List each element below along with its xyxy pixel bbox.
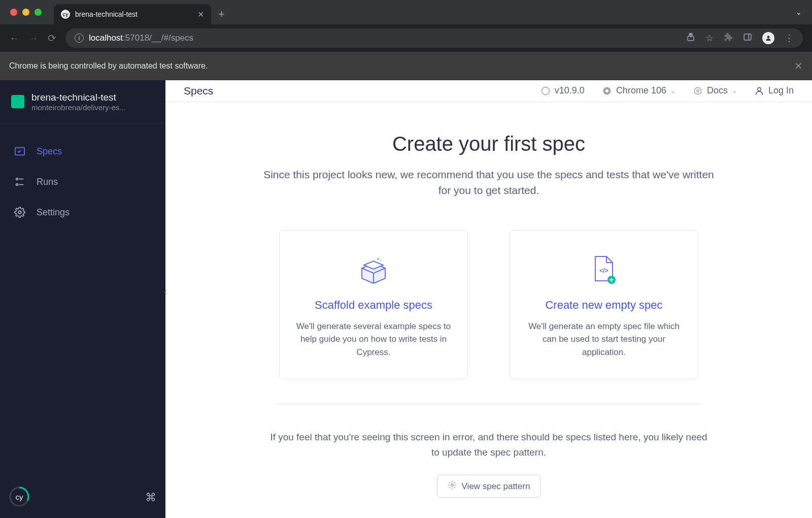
close-window-button[interactable]	[10, 9, 17, 16]
url-path: /__/#/specs	[149, 33, 193, 43]
card-description: We'll generate several example specs to …	[295, 320, 452, 359]
gear-icon	[448, 480, 457, 492]
svg-point-16	[697, 90, 699, 92]
version-indicator[interactable]: v10.9.0	[540, 85, 585, 96]
login-button[interactable]: Log In	[754, 85, 794, 96]
address-bar[interactable]: i localhost:57018/__/#/specs ☆ ⋮	[65, 28, 803, 48]
maximize-window-button[interactable]	[35, 9, 42, 16]
scaffold-examples-card[interactable]: Scaffold example specs We'll generate se…	[279, 230, 468, 380]
profile-icon[interactable]	[762, 32, 774, 44]
browser-selector[interactable]: Chrome 106 ⌄	[602, 85, 675, 96]
sidebar-item-specs[interactable]: Specs	[0, 137, 165, 166]
tab-overflow-icon[interactable]: ⌄	[796, 8, 802, 16]
back-button[interactable]: ←	[9, 33, 19, 44]
url-text: localhost:57018/__/#/specs	[89, 33, 193, 43]
svg-text:cy: cy	[16, 493, 24, 501]
tab-title: brena-technical-test	[75, 10, 192, 18]
create-empty-spec-card[interactable]: </> Create new empty spec We'll generate…	[510, 230, 698, 380]
view-pattern-label: View spec pattern	[462, 481, 530, 492]
reload-button[interactable]: ⟳	[48, 32, 56, 44]
svg-point-6	[16, 184, 18, 186]
project-path: monteirobrena/delivery-es...	[31, 103, 126, 112]
svg-point-14	[605, 89, 608, 92]
chrome-menu-icon[interactable]: ⋮	[785, 33, 794, 44]
chevron-down-icon: ⌄	[670, 87, 675, 94]
book-icon	[693, 86, 703, 96]
cypress-app: brena-technical-test monteirobrena/deliv…	[0, 80, 812, 518]
divider	[276, 404, 702, 404]
bookmark-icon[interactable]: ☆	[705, 33, 714, 44]
box-icon	[295, 253, 452, 286]
page-title: Specs	[184, 85, 213, 97]
sidebar-footer: cy ⌘	[9, 487, 156, 509]
sidebar-item-runs[interactable]: Runs	[0, 167, 165, 197]
sidebar-item-label: Runs	[37, 177, 58, 187]
sidebar-collapse-button[interactable]: ‹	[159, 286, 172, 298]
svg-point-12	[542, 87, 549, 94]
chevron-down-icon: ⌄	[732, 87, 737, 94]
browser-tab[interactable]: cy brena-technical-test ✕	[54, 4, 211, 24]
view-spec-pattern-button[interactable]: View spec pattern	[437, 475, 541, 498]
window-controls	[10, 9, 42, 16]
svg-point-17	[758, 87, 761, 91]
runs-icon	[14, 176, 25, 187]
card-title: Create new empty spec	[525, 299, 683, 312]
cypress-favicon-icon: cy	[61, 10, 70, 19]
address-row: ← → ⟳ i localhost:57018/__/#/specs ☆	[0, 24, 812, 52]
docs-link[interactable]: Docs ⌄	[693, 85, 737, 96]
automation-infobar: Chrome is being controlled by automated …	[0, 52, 812, 80]
sidepanel-icon[interactable]	[743, 33, 752, 44]
site-info-icon[interactable]: i	[75, 34, 84, 43]
svg-point-20	[451, 484, 453, 487]
main: Specs v10.9.0 Chrome 106 ⌄	[165, 80, 812, 518]
sidebar-nav: Specs Runs Settings	[0, 123, 165, 227]
svg-point-3	[767, 36, 770, 38]
forward-button[interactable]: →	[28, 33, 39, 44]
error-hint-text: If you feel that you're seeing this scre…	[265, 430, 712, 460]
cypress-logo-icon: cy	[9, 487, 29, 509]
tab-strip: cy brena-technical-test ✕ + ⌄	[0, 0, 812, 24]
sidebar: brena-technical-test monteirobrena/deliv…	[0, 80, 165, 518]
file-icon: </>	[525, 253, 683, 286]
spec-option-cards: Scaffold example specs We'll generate se…	[279, 230, 698, 380]
svg-point-9	[18, 211, 21, 214]
sidebar-header: brena-technical-test monteirobrena/deliv…	[0, 80, 165, 123]
url-port: :57018	[123, 33, 149, 43]
chrome-icon	[602, 86, 612, 96]
svg-point-15	[694, 87, 701, 94]
card-title: Scaffold example specs	[295, 299, 452, 312]
browser-chrome: cy brena-technical-test ✕ + ⌄ ← → ⟳ i lo…	[0, 0, 812, 80]
sidebar-item-label: Specs	[37, 146, 62, 157]
docs-label: Docs	[707, 85, 728, 96]
topbar: Specs v10.9.0 Chrome 106 ⌄	[165, 80, 812, 102]
address-actions: ☆ ⋮	[686, 32, 794, 44]
infobar-text: Chrome is being controlled by automated …	[9, 61, 208, 71]
share-icon[interactable]	[686, 33, 695, 44]
user-icon	[754, 86, 764, 96]
keyboard-shortcuts-icon[interactable]: ⌘	[145, 491, 156, 504]
new-tab-button[interactable]: +	[218, 8, 225, 21]
hero: Create your first spec Since this projec…	[260, 133, 717, 199]
tab-close-icon[interactable]: ✕	[197, 10, 204, 19]
sidebar-item-label: Settings	[37, 207, 70, 218]
project-icon	[11, 95, 24, 108]
minimize-window-button[interactable]	[22, 9, 29, 16]
version-label: v10.9.0	[555, 85, 585, 96]
svg-point-5	[16, 178, 18, 180]
browser-label: Chrome 106	[616, 85, 666, 96]
settings-icon	[14, 207, 25, 218]
cypress-icon	[540, 86, 551, 96]
extensions-icon[interactable]	[724, 33, 733, 44]
login-label: Log In	[768, 85, 794, 96]
infobar-close-icon[interactable]: ✕	[794, 60, 803, 72]
svg-rect-1	[744, 34, 751, 40]
sidebar-item-settings[interactable]: Settings	[0, 198, 165, 227]
hero-subtitle: Since this project looks new, we recomme…	[260, 167, 717, 199]
svg-text:</>: </>	[599, 267, 608, 274]
topbar-actions: v10.9.0 Chrome 106 ⌄ Docs ⌄	[540, 85, 794, 96]
project-name: brena-technical-test	[31, 92, 126, 103]
specs-icon	[14, 146, 25, 157]
content: Create your first spec Since this projec…	[165, 102, 812, 518]
card-description: We'll generate an empty spec file which …	[525, 320, 683, 359]
url-host: localhost	[89, 33, 123, 43]
